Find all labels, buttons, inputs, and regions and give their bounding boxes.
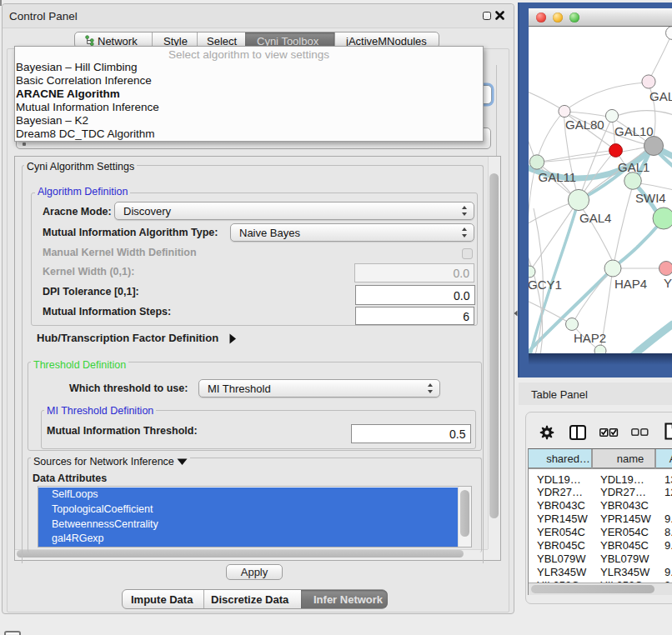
svg-text:GAL4: GAL4 — [579, 211, 611, 225]
svg-text:HAP2: HAP2 — [574, 331, 606, 345]
svg-text:GAL1: GAL1 — [618, 160, 649, 174]
svg-text:GAL11: GAL11 — [539, 170, 577, 184]
svg-text:HAP4: HAP4 — [614, 277, 647, 291]
svg-text:Y: Y — [664, 276, 672, 290]
svg-text:GAL10: GAL10 — [614, 124, 654, 138]
svg-text:GAL: GAL — [649, 89, 672, 103]
svg-text:SWI4: SWI4 — [635, 191, 666, 205]
svg-text:GAL80: GAL80 — [565, 118, 604, 132]
svg-text:GCY1: GCY1 — [529, 278, 562, 292]
